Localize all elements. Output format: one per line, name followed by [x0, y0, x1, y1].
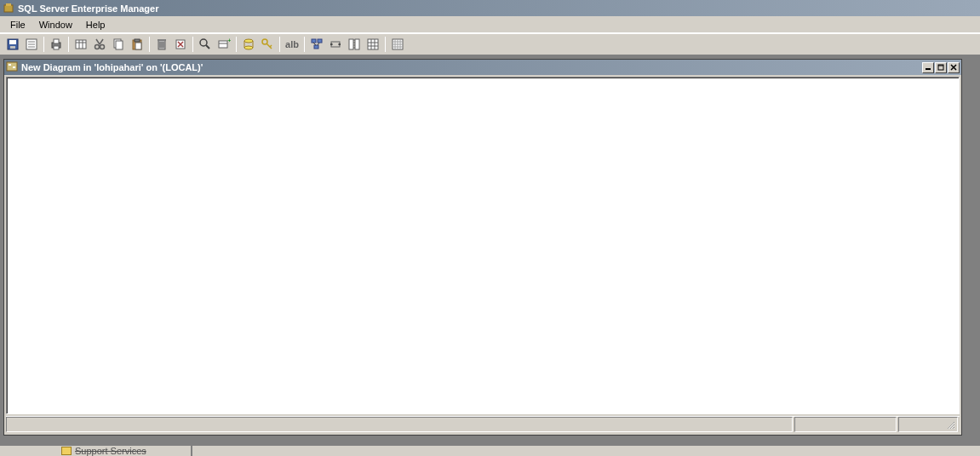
print-button[interactable]: [47, 35, 66, 54]
close-button[interactable]: [948, 62, 960, 73]
properties-button[interactable]: [22, 35, 41, 54]
svg-rect-31: [219, 41, 227, 48]
new-table-button[interactable]: [72, 35, 90, 54]
svg-rect-10: [54, 39, 59, 43]
svg-rect-41: [312, 39, 316, 43]
svg-rect-47: [349, 39, 353, 49]
svg-rect-63: [9, 64, 11, 66]
svg-point-34: [244, 39, 253, 43]
alb-label: alb: [284, 39, 301, 49]
app-title: SQL Server Enterprise Manager: [18, 3, 158, 14]
svg-rect-21: [135, 39, 140, 42]
svg-rect-50: [368, 39, 378, 49]
separator: [279, 37, 280, 52]
menu-bar: File Window Help: [0, 16, 980, 33]
status-pane-1: [794, 417, 897, 432]
menu-file[interactable]: File: [3, 18, 32, 32]
autosize-button[interactable]: [326, 35, 345, 54]
show-relationships-button[interactable]: [239, 35, 258, 54]
svg-rect-19: [116, 41, 123, 49]
svg-rect-62: [7, 62, 17, 71]
svg-point-17: [100, 45, 105, 49]
svg-line-30: [206, 45, 209, 49]
title-bar: SQL Server Enterprise Manager: [0, 0, 980, 16]
toolbar: + alb: [0, 33, 980, 55]
svg-point-35: [244, 46, 253, 49]
child-window: New Diagram in 'lohipahari' on '(LOCAL)': [3, 59, 962, 436]
separator: [236, 37, 237, 52]
svg-rect-43: [314, 45, 318, 49]
minimize-button[interactable]: [922, 62, 934, 73]
svg-rect-64: [13, 66, 15, 68]
svg-line-40: [270, 45, 272, 47]
recalc-button[interactable]: [364, 35, 382, 54]
svg-rect-22: [135, 43, 141, 49]
tree-item-label[interactable]: Support Services: [75, 446, 146, 456]
svg-text:+: +: [227, 38, 231, 44]
status-pane-grip: [898, 417, 958, 432]
cut-button[interactable]: [90, 35, 109, 54]
separator: [192, 37, 193, 52]
svg-rect-11: [54, 46, 59, 49]
svg-rect-12: [76, 40, 86, 49]
remove-button[interactable]: [171, 35, 190, 54]
svg-rect-1: [6, 3, 11, 6]
separator: [304, 37, 305, 52]
separator: [385, 37, 386, 52]
separator: [43, 37, 44, 52]
maximize-button[interactable]: [935, 62, 947, 73]
menu-help[interactable]: Help: [79, 18, 112, 32]
svg-rect-0: [4, 5, 13, 12]
zoom-button[interactable]: [196, 35, 215, 54]
tree-fragment: Support Services: [0, 446, 192, 456]
save-button[interactable]: [3, 35, 22, 54]
svg-rect-48: [355, 39, 359, 49]
paste-button[interactable]: [128, 35, 146, 54]
status-bar: [6, 416, 960, 433]
svg-rect-3: [9, 40, 16, 44]
app-icon: [3, 3, 14, 14]
window-controls: [921, 62, 960, 73]
svg-point-29: [200, 39, 207, 46]
bottom-fragment: Support Services: [0, 446, 980, 456]
view-grid-button[interactable]: [388, 35, 407, 54]
copy-button[interactable]: [109, 35, 128, 54]
mdi-workspace: New Diagram in 'lohipahari' on '(LOCAL)': [0, 55, 980, 456]
text-annotation-button[interactable]: alb: [283, 35, 301, 54]
separator: [149, 37, 150, 52]
child-window-title: New Diagram in 'lohipahari' on '(LOCAL)': [21, 62, 203, 72]
status-pane-main: [6, 417, 793, 432]
child-title-bar[interactable]: New Diagram in 'lohipahari' on '(LOCAL)': [4, 60, 961, 75]
svg-rect-24: [158, 39, 166, 41]
svg-point-16: [95, 45, 100, 49]
resize-grip-icon[interactable]: [945, 419, 955, 430]
arrange-tables-button[interactable]: [307, 35, 326, 54]
svg-rect-42: [318, 39, 322, 43]
diagram-icon: [6, 61, 18, 74]
menu-window[interactable]: Window: [32, 18, 79, 32]
folder-icon: [61, 447, 72, 455]
diagram-canvas[interactable]: [6, 77, 960, 414]
add-table-button[interactable]: +: [215, 35, 233, 54]
page-break-button[interactable]: [345, 35, 364, 54]
separator: [68, 37, 69, 52]
svg-rect-4: [10, 46, 15, 49]
key-button[interactable]: [258, 35, 277, 54]
delete-button[interactable]: [152, 35, 171, 54]
